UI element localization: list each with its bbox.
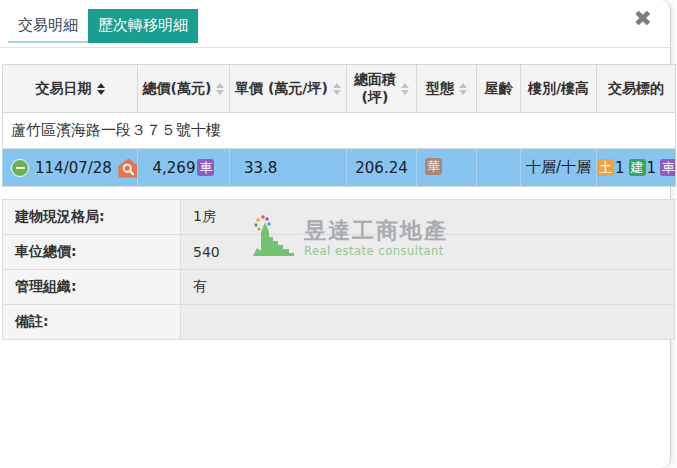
table-header-row: 交易日期 總價(萬元) 單價 (萬元/坪) 總面積 xyxy=(3,65,676,113)
header-age-label: 屋齡 xyxy=(485,80,513,96)
header-area[interactable]: 總面積 (坪) xyxy=(347,65,417,113)
detail-row-layout: 建物現況格局: 1房 xyxy=(3,200,675,235)
parking-badge: 車 xyxy=(197,159,214,176)
sort-icon xyxy=(459,83,467,95)
tab-transaction-detail[interactable]: 交易明細 xyxy=(8,9,88,43)
cell-age xyxy=(477,149,521,187)
header-total-price[interactable]: 總價(萬元) xyxy=(138,65,230,113)
building-count: 1 xyxy=(647,159,657,177)
cell-area: 206.24 xyxy=(347,149,417,187)
address-group-row: 蘆竹區濱海路一段３７５號十樓 xyxy=(3,113,676,149)
transfer-table: 交易日期 總價(萬元) 單價 (萬元/坪) 總面積 xyxy=(2,64,676,187)
transaction-row[interactable]: 114/07/28 4,269 車 33.8 206.24 華 xyxy=(3,149,676,187)
header-target[interactable]: 交易標的 xyxy=(597,65,676,113)
header-date-label: 交易日期 xyxy=(36,80,92,98)
header-area-label: 總面積 (坪) xyxy=(354,71,396,106)
tab-transfer-history[interactable]: 歷次轉移明細 xyxy=(88,9,198,43)
tab-bar: 交易明細歷次轉移明細 ✖ xyxy=(0,0,670,48)
detail-label: 車位總價: xyxy=(3,235,181,270)
building-type-badge: 華 xyxy=(425,158,442,175)
header-unit-price[interactable]: 單價 (萬元/坪) xyxy=(230,65,347,113)
transfer-history-dialog: 交易明細歷次轉移明細 ✖ 交易日期 總價(萬元) xyxy=(0,0,671,468)
transaction-date: 114/07/28 xyxy=(35,159,112,177)
detail-value xyxy=(181,305,675,340)
detail-value: 540 xyxy=(181,235,675,270)
sort-icon xyxy=(401,83,409,95)
header-type-label: 型態 xyxy=(426,80,454,98)
parking-target-badge: 車 xyxy=(660,159,675,176)
header-unit-price-label: 單價 (萬元/坪) xyxy=(235,80,328,98)
header-floor-label: 樓別/樓高 xyxy=(528,80,589,96)
property-address: 蘆竹區濱海路一段３７５號十樓 xyxy=(3,113,676,149)
cell-type: 華 xyxy=(417,149,477,187)
cell-transaction-date: 114/07/28 xyxy=(3,149,138,187)
detail-label: 管理組織: xyxy=(3,270,181,305)
total-price-value: 4,269 xyxy=(153,159,196,177)
cell-floor: 十層/十層 xyxy=(521,149,597,187)
detail-row-remark: 備註: xyxy=(3,305,675,340)
detail-label: 備註: xyxy=(3,305,181,340)
cell-unit-price: 33.8 xyxy=(230,149,347,187)
house-search-icon[interactable] xyxy=(118,158,138,178)
header-floor[interactable]: 樓別/樓高 xyxy=(521,65,597,113)
detail-table: 建物現況格局: 1房 車位總價: 540 管理組織: 有 備註: xyxy=(2,199,675,340)
detail-value: 1房 xyxy=(181,200,675,235)
header-date[interactable]: 交易日期 xyxy=(3,65,138,113)
header-target-label: 交易標的 xyxy=(608,80,664,96)
detail-value: 有 xyxy=(181,270,675,305)
cell-total-price: 4,269 車 xyxy=(138,149,230,187)
close-icon[interactable]: ✖ xyxy=(626,4,660,34)
sort-icon xyxy=(97,83,105,95)
detail-row-management: 管理組織: 有 xyxy=(3,270,675,305)
header-type[interactable]: 型態 xyxy=(417,65,477,113)
cell-targets: 土 1 建 1 車 8 xyxy=(597,149,676,187)
sort-icon xyxy=(216,83,224,95)
header-age[interactable]: 屋齡 xyxy=(477,65,521,113)
building-badge: 建 xyxy=(629,159,646,176)
sort-icon xyxy=(333,83,341,95)
collapse-row-icon[interactable] xyxy=(11,159,29,177)
header-total-price-label: 總價(萬元) xyxy=(143,80,212,98)
land-count: 1 xyxy=(615,159,625,177)
detail-row-parking-price: 車位總價: 540 xyxy=(3,235,675,270)
land-badge: 土 xyxy=(597,159,614,176)
detail-label: 建物現況格局: xyxy=(3,200,181,235)
